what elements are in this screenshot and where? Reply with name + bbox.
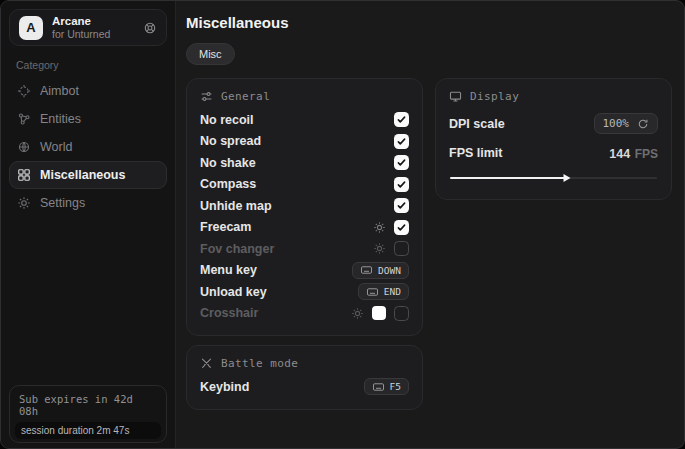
sidebar-item-label: Aimbot [40, 84, 79, 98]
gear-icon[interactable] [373, 221, 386, 234]
settings-row: No spread [200, 131, 409, 153]
keyboard-icon [372, 382, 385, 392]
entities-icon [17, 112, 31, 126]
page-title: Miscellaneous [186, 14, 672, 31]
sidebar-item-label: Entities [40, 112, 81, 126]
checkbox[interactable] [394, 198, 409, 213]
category-label: Category [16, 59, 175, 71]
keybind-button[interactable]: END [358, 283, 409, 300]
grid-icon [17, 168, 31, 182]
checkbox[interactable] [394, 134, 409, 149]
checkbox[interactable] [394, 112, 409, 127]
row-label: Freecam [200, 220, 251, 234]
app-window: A Arcane for Unturned Category [0, 0, 685, 449]
sidebar: A Arcane for Unturned Category [1, 1, 176, 448]
row-label: No recoil [200, 113, 254, 127]
display-panel: Display DPI scale 100% [435, 78, 672, 200]
general-rows: No recoilNo spreadNo shakeCompassUnhide … [200, 109, 409, 324]
swords-icon [200, 357, 213, 370]
checkbox[interactable] [394, 306, 409, 321]
settings-row: No shake [200, 152, 409, 174]
row-label: Unload key [200, 285, 267, 299]
keybind-button[interactable]: DOWN [352, 262, 409, 279]
settings-row: Unhide map [200, 195, 409, 217]
checkbox[interactable] [394, 177, 409, 192]
gear-icon[interactable] [351, 307, 364, 320]
panel-title: Display [470, 90, 519, 103]
battle-rows: KeybindF5 [200, 376, 409, 398]
keybind-value: END [384, 286, 401, 297]
sidebar-item-miscellaneous[interactable]: Miscellaneous [9, 161, 167, 189]
sub-expires-text: Sub expires in 42d 08h [19, 393, 157, 417]
gear-icon[interactable] [373, 242, 386, 255]
checkbox[interactable] [394, 220, 409, 235]
row-label: Fov changer [200, 242, 274, 256]
sidebar-item-aimbot[interactable]: Aimbot [9, 77, 167, 105]
sidebar-item-label: Settings [40, 196, 85, 210]
crosshair-icon [17, 84, 31, 98]
sliders-icon [200, 90, 213, 103]
row-label: Keybind [200, 380, 249, 394]
settings-row: Menu keyDOWN [200, 260, 409, 282]
row-label: Menu key [200, 263, 257, 277]
keybind-value: F5 [390, 381, 401, 392]
slider-thumb[interactable] [562, 173, 572, 183]
keybind-value: DOWN [378, 265, 401, 276]
sidebar-item-entities[interactable]: Entities [9, 105, 167, 133]
gear-icon [17, 196, 31, 210]
app-logo: A [19, 16, 43, 40]
session-duration-text: session duration 2m 47s [15, 422, 161, 439]
app-name: Arcane [52, 15, 134, 28]
keyboard-icon [360, 265, 373, 275]
dpi-scale-stepper[interactable]: 100% [594, 113, 659, 134]
checkbox[interactable] [394, 241, 409, 256]
sidebar-item-world[interactable]: World [9, 133, 167, 161]
checkbox[interactable] [394, 155, 409, 170]
tab-misc[interactable]: Misc [186, 43, 235, 65]
settings-row: Unload keyEND [200, 281, 409, 303]
lifebuoy-icon[interactable] [143, 21, 157, 35]
app-header: A Arcane for Unturned [9, 9, 167, 46]
dpi-scale-value: 100% [603, 117, 630, 130]
globe-icon [17, 140, 31, 154]
fps-limit-value: 144 [609, 147, 630, 161]
keyboard-icon [366, 287, 379, 297]
sidebar-item-label: Miscellaneous [40, 168, 125, 182]
row-label: Crosshair [200, 306, 258, 320]
row-label: Compass [200, 177, 256, 191]
keybind-button[interactable]: F5 [364, 378, 409, 395]
settings-row: Fov changer [200, 238, 409, 260]
row-label: No spread [200, 134, 261, 148]
sidebar-item-settings[interactable]: Settings [9, 189, 167, 217]
settings-row: Compass [200, 174, 409, 196]
fps-limit-unit: FPS [635, 147, 658, 161]
color-swatch[interactable] [372, 306, 386, 320]
general-panel: General No recoilNo spreadNo shakeCompas… [186, 78, 423, 336]
settings-row: No recoil [200, 109, 409, 131]
dpi-scale-label: DPI scale [449, 117, 505, 131]
refresh-icon[interactable] [637, 118, 649, 130]
settings-row: KeybindF5 [200, 376, 409, 398]
panel-title: Battle mode [221, 357, 298, 370]
settings-row: Crosshair [200, 303, 409, 325]
monitor-icon [449, 90, 462, 103]
row-label: Unhide map [200, 199, 272, 213]
main-content: Miscellaneous Misc General [176, 1, 685, 448]
battle-mode-panel: Battle mode KeybindF5 [186, 345, 423, 410]
fps-slider[interactable] [450, 174, 657, 182]
panel-title: General [221, 90, 270, 103]
row-label: No shake [200, 156, 256, 170]
slider-fill [450, 177, 568, 179]
sidebar-item-label: World [40, 140, 72, 154]
sidebar-nav: Aimbot Entities World [1, 77, 175, 217]
subscription-card: Sub expires in 42d 08h session duration … [9, 385, 167, 443]
fps-limit-label: FPS limit [449, 146, 502, 160]
settings-row: Freecam [200, 217, 409, 239]
app-subtitle: for Unturned [52, 28, 134, 40]
